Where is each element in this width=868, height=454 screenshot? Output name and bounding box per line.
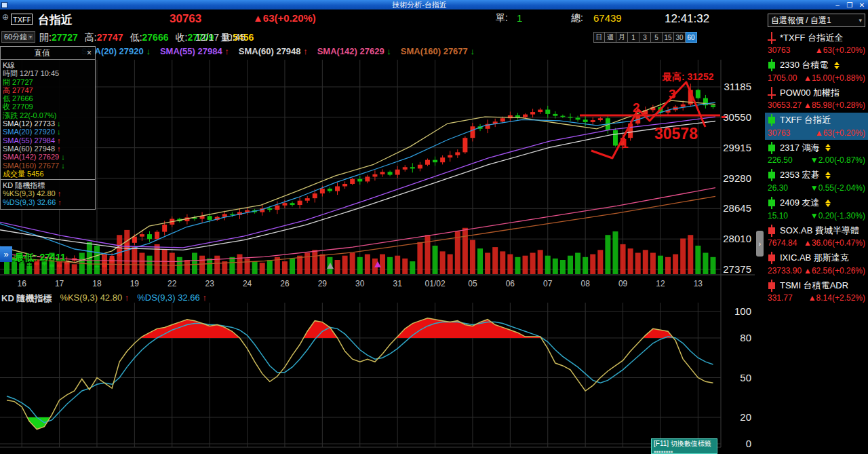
- watchlist-item-change: ▼2.00(-0.87%): [810, 155, 865, 165]
- watchlist-item[interactable]: IXIC.AB 那斯達克23733.90▲62.56(+0.26%): [765, 250, 868, 278]
- svg-text:1: 1: [621, 136, 629, 151]
- total-value: 67439: [593, 12, 622, 24]
- value-row: 開 27727: [3, 78, 95, 86]
- period-button-15[interactable]: 15: [663, 32, 674, 43]
- chart-canvas[interactable]: 3118530550299152928028645280102737516171…: [0, 0, 868, 454]
- watchlist-item-price-row: 7674.84▲36.06(+0.47%): [768, 237, 865, 249]
- watchlist-item[interactable]: 2353 宏碁26.30▼0.55(-2.04%): [765, 168, 868, 195]
- legend-item: SMA(142) 27629 ↓: [317, 46, 391, 60]
- value-row: SMA(20) 27920 ↓: [3, 128, 95, 136]
- candle-icon: [768, 197, 776, 209]
- watchlist-selector[interactable]: 自選報價 / 自選1 ▾: [768, 14, 865, 27]
- value-panel-titlebar[interactable]: 直值 ×: [1, 47, 95, 60]
- svg-text:06: 06: [506, 279, 515, 288]
- value-row: 低 27666: [3, 94, 95, 102]
- chevron-down-icon: ▾: [28, 34, 33, 40]
- collapse-sidebar-handle[interactable]: ›: [756, 231, 764, 257]
- watchlist-item[interactable]: *TXFF 台指近全30763▲63(+0.20%): [765, 30, 868, 58]
- minimize-button[interactable]: –: [831, 1, 844, 9]
- watchlist-item-price-row: 331.77▲8.14(+2.52%): [768, 292, 865, 304]
- svg-text:80: 80: [740, 332, 751, 343]
- value-panel-kd-rows: KD 隨機指標 %KS(9,3) 42.80 ↑%DS(9,3) 32.66 ↑: [1, 180, 95, 206]
- svg-text:17: 17: [55, 279, 64, 288]
- watchlist-item[interactable]: 2317 鴻海226.50▼2.00(-0.87%): [765, 140, 868, 168]
- value-row: SMA(12) 27733 ↓: [3, 119, 95, 128]
- period-button-3[interactable]: 3: [639, 32, 651, 43]
- ohlc-label: 低:: [130, 32, 142, 43]
- value-arrow: ↑: [57, 136, 61, 145]
- watchlist-item-name-row: TSMI 台積電ADR: [768, 279, 865, 292]
- kd-indicator-header: KD 隨機指標 %KS(9,3) 42.80 ↑%DS(9,3) 32.66 ↑: [1, 292, 207, 305]
- watchlist-item-price: 226.50: [768, 155, 793, 165]
- symbol-input[interactable]: [11, 14, 33, 25]
- period-button-週[interactable]: 週: [605, 32, 616, 43]
- value-arrow: ↑: [58, 198, 62, 206]
- watchlist-item-price-row: 30653.27▲85.98(+0.28%): [768, 99, 865, 111]
- total-label: 總:: [571, 12, 583, 24]
- tooltip-text: [F11] 切換數值標籤: [654, 440, 715, 448]
- svg-text:29280: 29280: [723, 172, 751, 184]
- ohlc-label: 收:: [175, 32, 187, 43]
- watchlist-item-price-row: 226.50▼2.00(-0.87%): [768, 154, 865, 166]
- interval-select[interactable]: 60分鐘 ▾: [1, 31, 35, 43]
- svg-text:31: 31: [393, 279, 402, 288]
- period-button-5[interactable]: 5: [651, 32, 663, 43]
- f11-tooltip: [F11] 切換數值標籤 ▪▪▪▪▪▪▪▪: [651, 438, 717, 454]
- svg-text:07: 07: [543, 279, 553, 288]
- maximize-button[interactable]: ❐: [844, 1, 856, 9]
- kd-title: KD 隨機指標: [1, 292, 52, 305]
- value-row: K線: [3, 61, 95, 69]
- svg-text:0: 0: [746, 438, 751, 449]
- watchlist-item-price-row: 30763▲63(+0.20%): [768, 127, 865, 139]
- period-button-1[interactable]: 1: [628, 32, 639, 43]
- legend-item: SMA(60) 27948 ↑: [239, 46, 308, 60]
- expand-panel-icon[interactable]: »: [0, 246, 12, 262]
- value-row: SMA(55) 27984 ↑: [3, 136, 95, 145]
- svg-text:100: 100: [734, 305, 751, 317]
- watchlist-name: 自選報價 / 自選1: [771, 15, 831, 26]
- value-panel-rows: K線 時間 12/17 10:45 開 27727 高 27747 低 2766…: [1, 60, 95, 178]
- watchlist-item[interactable]: POW00 加權指30653.27▲85.98(+0.28%): [765, 85, 868, 113]
- watchlist-item-price: 331.77: [768, 293, 793, 303]
- watchlist-item-price-row: 1705.00▲15.00(+0.88%): [768, 72, 865, 84]
- limit-updown-icon: [825, 172, 831, 179]
- period-button-60[interactable]: 60: [686, 32, 697, 43]
- watchlist-item-name: IXIC.AB 那斯達克: [780, 252, 849, 264]
- watchlist-item[interactable]: TSMI 台積電ADR331.77▲8.14(+2.52%): [765, 278, 868, 305]
- window-title: 技術分析-台指近: [7, 0, 831, 10]
- value-row: KD 隨機指標: [3, 181, 95, 189]
- watchlist-item-name: 2409 友達: [780, 197, 820, 209]
- ohlc-field: 低:27666: [130, 32, 169, 44]
- kd-header-item: %DS(9,3) 32.66 ↑: [137, 292, 207, 305]
- svg-text:18: 18: [92, 279, 102, 288]
- watchlist-item-name-row: 2409 友達: [768, 197, 865, 210]
- watchlist-item-price: 15.10: [768, 211, 788, 221]
- watchlist-item[interactable]: TXFF 台指近30763▲63(+0.20%): [765, 113, 868, 140]
- lowest-price-badge: 最低: 27411: [15, 252, 66, 264]
- quote-header: ⊕ 台指近 30763 ▲63(+0.20%) 單: 1 總: 67439 12…: [0, 10, 765, 30]
- watchlist-item-change: ▼0.20(-1.30%): [810, 211, 865, 221]
- candle-icon: [768, 142, 776, 154]
- watchlist-item-price: 26.30: [768, 183, 788, 193]
- value-row: 成交量 5456: [3, 170, 95, 178]
- ohlc-value: 27727: [52, 32, 78, 43]
- watchlist-item-name-row: IXIC.AB 那斯達克: [768, 252, 865, 265]
- svg-text:29: 29: [318, 279, 328, 288]
- period-button-日[interactable]: 日: [593, 32, 605, 43]
- period-button-月[interactable]: 月: [616, 32, 628, 43]
- close-button[interactable]: ✕: [856, 1, 868, 9]
- ohlc-label: 高:: [85, 32, 97, 43]
- watchlist-item-name-row: 2353 宏碁: [768, 169, 865, 182]
- period-button-30[interactable]: 30: [674, 32, 686, 43]
- svg-text:3: 3: [669, 87, 676, 101]
- price-change: ▲63(+0.20%): [253, 12, 316, 24]
- legend-item: SMA(160) 27677 ↓: [401, 46, 475, 60]
- technical-analysis-window: 3118530550299152928028645280102737516171…: [0, 0, 868, 454]
- watchlist-item[interactable]: 2409 友達15.10▼0.20(-1.30%): [765, 195, 868, 223]
- add-symbol-icon[interactable]: ⊕: [2, 12, 9, 22]
- value-row: 漲跌 22(-0.07%): [3, 111, 95, 119]
- watchlist-item[interactable]: SOX.AB 費城半導體7674.84▲36.06(+0.47%): [765, 223, 868, 250]
- watchlist-item[interactable]: 2330 台積電1705.00▲15.00(+0.88%): [765, 58, 868, 86]
- app-icon: [1, 2, 7, 8]
- close-icon[interactable]: ×: [83, 48, 95, 58]
